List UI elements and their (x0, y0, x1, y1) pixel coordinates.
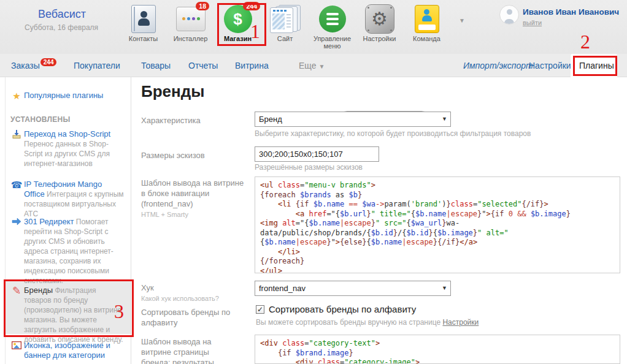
app-label: Инсталлер (167, 35, 214, 42)
app-label: Управление меню (309, 35, 356, 50)
logout-link[interactable]: выйти (523, 19, 542, 26)
shop-badge: 244 (243, 2, 260, 10)
installed-section-header: УСТАНОВЛЕНЫ (10, 115, 71, 124)
sort-checkbox-label[interactable]: Сортировать бренды по алфавиту (269, 304, 416, 314)
import-inbox-icon (10, 129, 23, 142)
sort-checkbox[interactable]: ✓ (256, 305, 264, 314)
sidebar-plugin-shopscript-migration[interactable]: Переход на Shop-Script Перенос данных в … (6, 129, 131, 169)
sidebar-plugin-301-redirect[interactable]: 301 Редирект Помогает перейти на Shop-Sc… (6, 217, 131, 286)
installer-badge: 18 (196, 2, 209, 10)
select-arrow-icon: ▼ (442, 285, 447, 291)
app-label: Сайт (261, 35, 309, 42)
webasyst-logo[interactable]: Вебасист (38, 8, 86, 21)
app-label: Настройки (356, 35, 403, 42)
plugins-sidebar: ★ Популярные плагины УСТАНОВЛЕНЫ Переход… (6, 77, 131, 364)
apps-chevron-down-icon[interactable]: ▼ (459, 17, 465, 24)
nav-settings[interactable]: Настройки (529, 61, 571, 70)
app-installer[interactable]: 18 Инсталлер (167, 3, 214, 50)
site-icon (270, 5, 301, 33)
sidebar-plugin-ip-telephony[interactable]: ☎ IP Телефония Mango Office Интеграция с… (6, 180, 131, 219)
chevron-down-icon: ▼ (318, 63, 325, 70)
image-icon (10, 341, 23, 352)
shop-nav: Заказы244 Покупатели Товары Отчеты Витри… (0, 54, 627, 77)
thumb-sizes-hint: Разрешённые размеры эскизов (255, 163, 363, 172)
brand-template-code-editor[interactable]: <div class="category-text"> {if $brand.i… (255, 335, 620, 364)
app-label: Контакты (120, 35, 167, 42)
app-settings[interactable]: ⚙ Настройки (356, 3, 403, 50)
nav-reports[interactable]: Отчеты (188, 61, 218, 70)
gear-icon: ⚙ (365, 4, 394, 34)
current-date: Суббота, 16 февраля (25, 23, 98, 32)
installer-icon (176, 7, 206, 31)
phone-icon: ☎ (10, 180, 23, 191)
app-label: Команда (403, 35, 450, 42)
app-label: Магазин (214, 35, 261, 42)
hook-select[interactable]: frontend_nav ▼ (255, 281, 451, 296)
sidebar-popular-plugins[interactable]: ★ Популярные плагины (6, 91, 131, 100)
nav-more[interactable]: Еще ▼ (299, 61, 325, 70)
orders-badge: 244 (40, 58, 57, 66)
id-card-icon (415, 5, 439, 33)
settings-link[interactable]: Настройки (442, 318, 479, 327)
thumb-sizes-input[interactable]: 300;200;150x0;150;107 (255, 146, 379, 162)
pencil-icon: ✎ (10, 286, 23, 297)
nav-import-export[interactable]: Импорт/экспорт (463, 61, 533, 70)
app-site[interactable]: Сайт (261, 3, 309, 50)
sort-hint: Вы можете сортировать бренды вручную на … (256, 318, 479, 327)
sidebar-right-border (131, 77, 131, 364)
nav-template-sub: HTML + Smarty (141, 210, 244, 219)
app-menu-management[interactable]: Управление меню (309, 3, 356, 50)
user-name[interactable]: Иванов Иван Иванович (523, 7, 619, 17)
characteristic-select[interactable]: Бренд ▼ (255, 112, 451, 127)
page-title: Бренды (141, 82, 204, 101)
sidebar-plugin-category-images[interactable]: Иконка, изображение и баннер для категор… (6, 341, 131, 360)
nav-products[interactable]: Товары (141, 61, 171, 70)
thumb-sizes-label: Размеры эскизов (141, 150, 244, 161)
hook-label: Хук Какой хук использовать? (141, 282, 244, 303)
select-arrow-icon: ▼ (442, 116, 447, 122)
app-header: Вебасист Суббота, 16 февраля Контакты 18… (0, 0, 627, 54)
star-icon: ★ (10, 91, 23, 102)
brand-template-label: Шаблон вывода на витрине страницы бренда… (141, 336, 233, 364)
arrow-right-icon (10, 217, 23, 228)
app-launcher: Контакты 18 Инсталлер 244 $ Магазин Сайт (120, 3, 450, 50)
characteristic-hint: Выберите характеристику, по которой буде… (255, 129, 531, 138)
characteristic-label: Характеристика (141, 115, 244, 126)
nav-customers[interactable]: Покупатели (74, 61, 120, 70)
contacts-icon (131, 5, 156, 33)
app-shop[interactable]: 244 $ Магазин (214, 3, 261, 50)
nav-template-code-editor[interactable]: <ul class="menu-v brands"> {foreach $bra… (255, 176, 620, 273)
nav-storefront[interactable]: Витрина (235, 61, 269, 70)
nav-orders[interactable]: Заказы244 (11, 61, 56, 70)
nav-template-label: Шаблон вывода на витрине в блоке навигац… (141, 178, 244, 219)
sidebar-plugin-brands-selected[interactable]: ✎ Бренды Фильтрация товаров по бренду (п… (6, 286, 131, 344)
app-team[interactable]: Команда (403, 3, 450, 50)
hamburger-menu-icon (319, 6, 346, 32)
app-contacts[interactable]: Контакты (120, 3, 167, 50)
user-avatar[interactable] (499, 5, 519, 25)
hook-sub: Какой хук использовать? (141, 294, 244, 303)
nav-plugins-active[interactable]: Плагины (579, 61, 614, 70)
sort-label: Сортировать бренды по алфавиту (141, 307, 239, 328)
